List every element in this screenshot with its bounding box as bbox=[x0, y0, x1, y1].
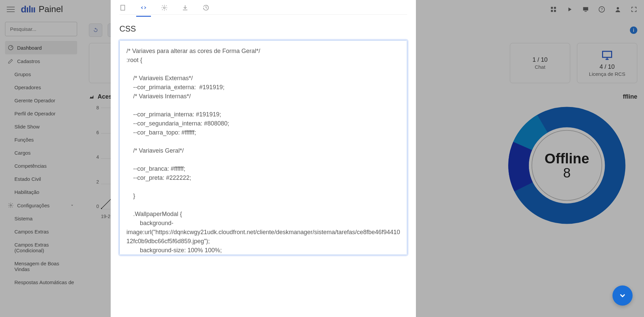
modal-heading: CSS bbox=[119, 24, 407, 34]
tab-settings[interactable] bbox=[161, 4, 168, 16]
tab-code[interactable] bbox=[140, 4, 147, 16]
fab-button[interactable] bbox=[612, 285, 633, 306]
css-code-textarea[interactable] bbox=[119, 40, 407, 255]
code-icon bbox=[140, 4, 147, 11]
tab-download[interactable] bbox=[182, 4, 189, 16]
history-icon bbox=[203, 4, 209, 11]
svg-rect-17 bbox=[121, 5, 125, 10]
modal-tabs bbox=[119, 0, 407, 15]
tab-document[interactable] bbox=[119, 4, 126, 16]
svg-point-18 bbox=[164, 7, 165, 8]
gear-icon bbox=[161, 4, 168, 11]
tab-history[interactable] bbox=[203, 4, 209, 16]
css-editor-modal: CSS bbox=[111, 0, 416, 317]
chevron-down-icon bbox=[618, 291, 627, 300]
document-icon bbox=[119, 4, 126, 11]
download-icon bbox=[182, 4, 189, 11]
